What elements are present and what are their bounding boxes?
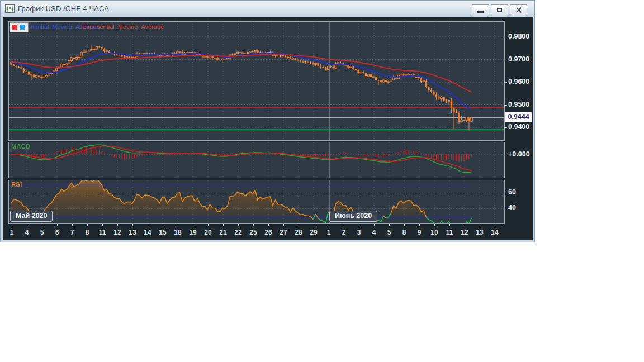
candle-body-up — [93, 49, 95, 50]
candle-body-down — [305, 61, 306, 62]
candle-body-down — [370, 74, 372, 77]
candle-body-up — [382, 80, 384, 82]
date-label: 22 — [231, 228, 245, 236]
date-label: 19 — [186, 228, 200, 236]
candle-body-up — [405, 74, 407, 76]
candle-body-down — [18, 67, 20, 68]
candle-body-down — [119, 55, 120, 55]
macd-indicator-label: MACD — [11, 143, 30, 150]
candle-body-down — [28, 72, 30, 75]
candle-body-up — [83, 51, 85, 52]
candle-body-up — [242, 53, 243, 53]
candle-body-up — [367, 74, 369, 76]
candle-body-down — [146, 53, 148, 54]
candle-body-up — [30, 74, 32, 75]
candle-body-down — [312, 63, 314, 64]
candle-body-up — [315, 63, 316, 64]
candle-body-up — [126, 57, 127, 58]
candle-body-down — [320, 66, 321, 68]
candle-body-down — [297, 60, 299, 61]
date-label: 27 — [276, 228, 291, 236]
close-button[interactable] — [510, 4, 527, 15]
candle-body-down — [463, 120, 465, 121]
ema-line — [11, 53, 472, 109]
date-label: 8 — [80, 228, 94, 236]
price-tick-mark — [504, 127, 507, 128]
candle-body-down — [91, 49, 92, 50]
candle-body-down — [453, 108, 454, 112]
candle-body-down — [131, 57, 132, 58]
candle-body-down — [13, 65, 15, 66]
date-label: 3 — [352, 228, 366, 236]
date-label: 11 — [442, 228, 457, 236]
date-tick-mark — [193, 224, 193, 226]
date-tick-mark — [72, 224, 73, 226]
candle-body-up — [96, 46, 97, 49]
candle-body-down — [23, 69, 25, 72]
price-tick-label: 0.9400 — [508, 123, 529, 131]
candle-body-up — [461, 120, 462, 122]
price-tick-label: 0.9500 — [508, 101, 529, 108]
candle-body-down — [25, 72, 27, 72]
chart-area: Exponential_Moving_Average Exponential_M… — [3, 17, 533, 240]
candlestick-chart[interactable] — [9, 22, 504, 140]
date-label: 29 — [306, 228, 321, 236]
date-tick-mark — [102, 224, 103, 226]
date-tick-mark — [178, 224, 178, 226]
date-label: 8 — [397, 228, 411, 236]
date-tick-mark — [419, 224, 420, 226]
minimize-button[interactable] — [472, 4, 489, 15]
candle-body-up — [247, 53, 248, 54]
candle-body-up — [204, 56, 206, 57]
date-tick-mark — [132, 224, 133, 226]
candle-body-up — [471, 117, 472, 121]
window-titlebar[interactable]: График USD /CHF 4 ЧАСА — [1, 1, 534, 17]
rsi-panel[interactable]: RSI — [8, 180, 505, 224]
date-tick-mark — [344, 224, 344, 226]
rsi-line — [318, 213, 328, 223]
price-tick-label: 0.9700 — [508, 55, 529, 63]
legend-blue-square-icon — [20, 25, 25, 30]
date-tick-mark — [42, 224, 42, 226]
macd-panel[interactable]: MACD — [8, 142, 505, 178]
candle-body-down — [219, 60, 221, 60]
date-tick-mark — [238, 224, 239, 226]
candle-body-down — [15, 66, 17, 67]
candle-body-up — [254, 50, 256, 52]
candle-body-down — [352, 66, 354, 69]
date-label: 14 — [140, 228, 155, 236]
indicator-tick-mark — [504, 193, 507, 193]
date-tick-mark — [449, 224, 450, 226]
date-label: 12 — [457, 228, 472, 236]
candle-body-down — [33, 74, 35, 77]
rsi-tick-label: 60 — [508, 188, 516, 196]
date-label: 5 — [35, 228, 49, 236]
candle-body-down — [280, 55, 281, 56]
candle-body-down — [362, 72, 364, 73]
candle-body-up — [68, 61, 70, 64]
candle-body-down — [355, 69, 357, 70]
date-label: 28 — [291, 228, 306, 236]
candle-body-down — [377, 80, 379, 80]
date-tick-mark — [299, 224, 299, 226]
date-label: 20 — [201, 228, 215, 236]
candle-body-up — [209, 56, 211, 58]
date-label: 25 — [246, 228, 261, 236]
candle-body-up — [55, 68, 57, 71]
date-tick-mark — [117, 224, 118, 226]
candle-body-up — [179, 51, 181, 52]
price-tick-mark — [504, 60, 507, 60]
ema-line — [11, 54, 472, 92]
macd-chart[interactable] — [9, 142, 504, 178]
date-tick-mark — [359, 224, 359, 226]
candle-body-down — [443, 97, 444, 101]
candle-body-down — [458, 113, 460, 122]
main-chart-panel[interactable] — [8, 21, 505, 141]
candle-body-up — [35, 75, 37, 77]
candle-body-down — [149, 53, 150, 54]
restore-button[interactable] — [491, 4, 508, 15]
candle-body-up — [390, 80, 392, 82]
date-label: 12 — [110, 228, 125, 236]
rsi-chart[interactable] — [9, 180, 504, 223]
date-label: 13 — [472, 228, 487, 236]
